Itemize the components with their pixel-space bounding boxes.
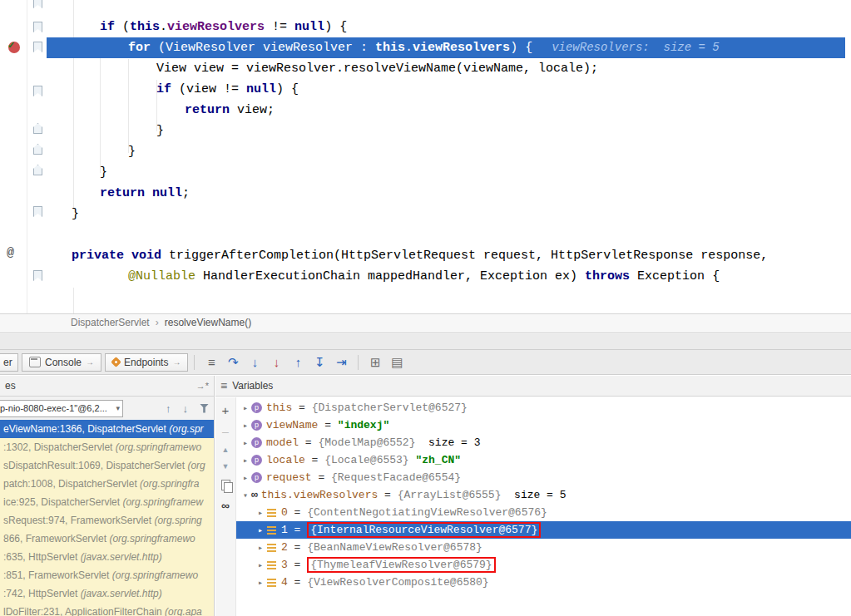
- variable-row[interactable]: ▸0 = {ContentNegotiatingViewResolver@657…: [236, 504, 851, 521]
- variables-pane: ≡ Variables +–▲▼∞ ▸pthis = {DispatcherSe…: [215, 376, 851, 616]
- bookmark-icon[interactable]: [33, 42, 42, 52]
- code-line[interactable]: return null;: [47, 183, 845, 204]
- stack-frame-row[interactable]: :851, FrameworkServlet (org.springframew…: [0, 566, 214, 584]
- menu-icon[interactable]: ≡: [220, 376, 227, 397]
- variable-row[interactable]: ▸pmodel = {ModelMap@6552} size = 3: [236, 434, 851, 451]
- filter-frames-icon[interactable]: [200, 404, 209, 413]
- code-line[interactable]: private void triggerAfterCompletion(Http…: [47, 245, 845, 266]
- variables-tree[interactable]: ▸pthis = {DispatcherServlet@6527}▸pviewN…: [236, 397, 851, 616]
- bookmark-icon[interactable]: [33, 22, 42, 32]
- marker-icon[interactable]: [33, 144, 42, 155]
- settings-menu-icon[interactable]: ≡: [200, 355, 222, 369]
- stack-frame-row[interactable]: 866, FrameworkServlet (org.springframewo: [0, 530, 214, 548]
- stack-frame-row[interactable]: :1302, DispatcherServlet (org.springfram…: [0, 438, 214, 456]
- remove-watch-icon[interactable]: –: [222, 426, 229, 437]
- chevron-collapsed-icon[interactable]: ▸: [240, 473, 251, 483]
- chevron-collapsed-icon[interactable]: ▸: [240, 403, 251, 413]
- code-line[interactable]: if (view != null) {: [47, 79, 845, 100]
- run-to-cursor-icon[interactable]: ⇥: [330, 355, 352, 370]
- variable-row[interactable]: ▸pviewName = "indexj": [236, 416, 851, 434]
- variable-row[interactable]: ▸plocale = {Locale@6553} "zh_CN": [236, 451, 851, 469]
- step-out-icon[interactable]: ↑: [287, 355, 309, 369]
- code-line[interactable]: }: [47, 162, 845, 183]
- code-line[interactable]: @Nullable HandlerExecutionChain mappedHa…: [47, 266, 845, 287]
- chevron-collapsed-icon[interactable]: ▸: [255, 543, 266, 553]
- frames-list[interactable]: eViewName:1366, DispatcherServlet (org.s…: [0, 420, 214, 616]
- code-editor[interactable]: ✓ @ if (this.viewResolvers != null) {for…: [0, 0, 851, 314]
- chevron-collapsed-icon[interactable]: ▸: [255, 560, 266, 570]
- mute-breakpoints-icon[interactable]: ▤: [386, 355, 408, 370]
- code-line[interactable]: [47, 224, 845, 245]
- chevron-collapsed-icon[interactable]: ▸: [240, 456, 251, 466]
- variable-row[interactable]: ▸1 = {InternalResourceViewResolver@6577}: [236, 521, 851, 539]
- variable-row[interactable]: ▸3 = {ThymeleafViewResolver@6579}: [236, 556, 851, 574]
- code-lines[interactable]: if (this.viewResolvers != null) {for (Vi…: [47, 17, 845, 287]
- prev-frame-icon[interactable]: ↑: [166, 402, 171, 415]
- breadcrumb: DispatcherServlet›resolveViewName(): [0, 314, 851, 331]
- step-over-icon[interactable]: ↷: [222, 355, 244, 370]
- thread-selector[interactable]: p-nio-8080-exec-1"@6,2... ▾: [0, 400, 123, 417]
- pin-icon[interactable]: →*: [196, 376, 209, 397]
- marker-icon[interactable]: [33, 123, 42, 134]
- variable-row[interactable]: ▸2 = {BeanNameViewResolver@6578}: [236, 539, 851, 556]
- force-step-into-icon[interactable]: ↓: [265, 355, 287, 369]
- editor-gutter[interactable]: ✓ @: [0, 0, 27, 313]
- tab-endpoints[interactable]: Endpoints →: [105, 353, 188, 372]
- stack-frame-row[interactable]: eViewName:1366, DispatcherServlet (org.s…: [0, 420, 214, 438]
- code-line[interactable]: }: [47, 141, 845, 162]
- stack-frame-row[interactable]: :742, HttpServlet (javax.servlet.http): [0, 584, 214, 603]
- marker-icon[interactable]: [33, 165, 42, 175]
- chevron-down-icon: ▾: [116, 404, 120, 412]
- step-into-icon[interactable]: ↓: [244, 355, 265, 369]
- frame-package: (org: [187, 460, 205, 471]
- breadcrumb-class[interactable]: DispatcherServlet: [71, 317, 150, 328]
- view-breakpoints-icon[interactable]: ⊞: [364, 355, 386, 370]
- variable-row[interactable]: ▾∞this.viewResolvers = {ArrayList@6555} …: [236, 486, 851, 504]
- code-line[interactable]: }: [47, 204, 845, 224]
- add-watch-icon[interactable]: +: [222, 404, 230, 416]
- code-token: void: [131, 249, 161, 263]
- bookmark-icon[interactable]: [33, 86, 42, 96]
- drop-frame-icon[interactable]: ↧: [309, 355, 330, 370]
- variable-string-value: "zh_CN": [409, 454, 461, 466]
- scroll-up-icon[interactable]: ▲: [222, 446, 230, 454]
- chevron-collapsed-icon[interactable]: ▸: [240, 438, 251, 448]
- stack-frame-row[interactable]: sDispatchResult:1069, DispatcherServlet …: [0, 456, 214, 475]
- execution-line[interactable]: for (ViewResolver viewResolver : this.vi…: [47, 37, 845, 58]
- stack-frame-row[interactable]: patch:1008, DispatcherServlet (org.sprin…: [0, 475, 214, 493]
- chevron-collapsed-icon[interactable]: ▸: [240, 421, 251, 431]
- tab-debugger-clipped[interactable]: er: [0, 353, 18, 372]
- stack-frame-row[interactable]: sRequest:974, FrameworkServlet (org.spri…: [0, 511, 214, 530]
- code-token: triggerAfterCompletion(HttpServletReques…: [161, 249, 768, 263]
- variable-row[interactable]: ▸prequest = {RequestFacade@6554}: [236, 469, 851, 486]
- breadcrumb-method[interactable]: resolveViewName(): [165, 317, 251, 328]
- variable-name: this.viewResolvers: [261, 489, 378, 501]
- code-line[interactable]: return view;: [47, 100, 845, 121]
- chevron-expanded-icon[interactable]: ▾: [240, 490, 251, 500]
- bookmark-icon[interactable]: [33, 206, 42, 217]
- code-line[interactable]: }: [47, 121, 845, 141]
- bookmark-icon[interactable]: [33, 270, 42, 281]
- next-frame-icon[interactable]: ↓: [183, 402, 189, 415]
- chevron-collapsed-icon[interactable]: ▸: [255, 525, 266, 535]
- scroll-down-icon[interactable]: ▼: [222, 463, 230, 471]
- watches-icon[interactable]: ∞: [221, 500, 230, 511]
- stack-frame-row[interactable]: lDoFilter:231, ApplicationFilterChain (o…: [0, 603, 214, 616]
- code-line[interactable]: View view = viewResolver.resolveViewName…: [47, 58, 845, 79]
- variable-row[interactable]: ▸pthis = {DispatcherServlet@6527}: [236, 399, 851, 416]
- bookmark-icon[interactable]: [33, 0, 42, 8]
- variable-row[interactable]: ▸4 = {ViewResolverComposite@6580}: [236, 574, 851, 591]
- debug-toolbar: er Console → Endpoints → ≡↷↓↓↑↧⇥⊞▤: [0, 349, 851, 375]
- copy-stack-icon[interactable]: [221, 480, 230, 490]
- endpoints-icon: [111, 357, 121, 367]
- code-token: if: [100, 20, 115, 34]
- breakpoint-verified-icon[interactable]: ✓: [8, 42, 20, 53]
- variable-name: 0: [281, 506, 288, 519]
- stack-frame-row[interactable]: ice:925, DispatcherServlet (org.springfr…: [0, 493, 214, 511]
- chevron-collapsed-icon[interactable]: ▸: [255, 508, 266, 518]
- code-line[interactable]: if (this.viewResolvers != null) {: [47, 17, 845, 37]
- chevron-collapsed-icon[interactable]: ▸: [255, 578, 266, 588]
- tab-endpoints-label: Endpoints: [124, 357, 168, 368]
- tab-console[interactable]: Console →: [22, 353, 101, 372]
- stack-frame-row[interactable]: :635, HttpServlet (javax.servlet.http): [0, 548, 214, 566]
